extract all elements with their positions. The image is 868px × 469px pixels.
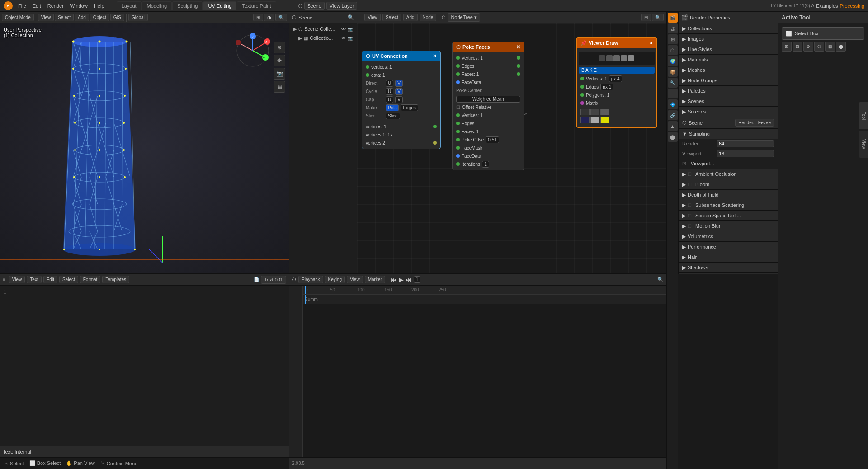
text-format-menu[interactable]: Format [80,276,101,283]
scene-eye-icon[interactable]: 👁 [341,27,346,32]
workspace-texture-paint[interactable]: Texture Paint [237,1,276,10]
world-props-icon[interactable]: 🌍 [668,56,678,66]
scene-collection-item[interactable]: ▶ ⬡ Scene Colle... 👁 📷 [291,24,355,33]
il-header[interactable]: ▶ Indirect Lighting [679,273,778,274]
coll-render-icon[interactable]: 📷 [348,36,353,41]
viewport-view-menu[interactable]: View [38,14,54,21]
text-templates-menu[interactable]: Templates [102,276,129,283]
node-add-btn[interactable]: Add [403,14,418,21]
uv-direct-v[interactable]: V [395,80,403,87]
menu-help[interactable]: Help [91,2,107,9]
view-tab[interactable]: View [859,131,868,158]
play-prev-btn[interactable]: ⏮ [391,276,397,283]
select-box-btn[interactable]: ⬜ Select Box [782,27,864,40]
mode-selector[interactable]: Object Mode [2,14,34,21]
hair-header[interactable]: ▶ Hair [679,252,778,262]
grid-tool[interactable]: ▦ [274,81,285,93]
workspace-uv-editing[interactable]: UV Editing [203,1,236,10]
poke-faces-node[interactable]: ⬡ Poke Faces ✕ Vertices: 1 [452,42,524,170]
uv-cycle-u[interactable]: U [386,88,393,95]
sampling-header[interactable]: ▼ Sampling [679,129,778,139]
poke-wmean[interactable]: Weighted Mean [456,96,520,103]
playback-btn[interactable]: Playback [298,276,323,283]
node-snap-btn[interactable]: ⊞ [641,14,651,21]
uv-make-pols[interactable]: Pols [386,104,399,111]
uv-slice-val[interactable]: Slice [386,113,400,119]
mat-header[interactable]: ▶ Materials [679,55,778,65]
tool-grid-6[interactable]: ⬤ [836,42,846,52]
node-canvas[interactable]: ⬡ UV Connection ✕ vertices: 1 data: [357,23,666,273]
timeline-view-btn[interactable]: View [347,276,363,283]
ls-header[interactable]: ▶ Line Styles [679,44,778,54]
tool-tab[interactable]: Tool [859,102,868,129]
poke-off-val[interactable]: 0.51 [486,136,499,143]
mb-header[interactable]: ▶ ☐ Motion Blur [679,221,778,231]
tool-grid-4[interactable]: ⬡ [814,42,824,52]
text-editor-content[interactable]: 1 [0,286,289,446]
tool-grid-3[interactable]: ⊕ [803,42,813,52]
viewport-gis-menu[interactable]: GIS [110,14,124,21]
render-engine-btn[interactable]: Render... Eevee [735,119,774,127]
uv-direct-u[interactable]: U [386,80,393,87]
ssr-header[interactable]: ▶ ☐ Screen Space Refl... [679,211,778,220]
collections-header[interactable]: ▶ Collections [679,23,778,33]
perf-header[interactable]: ▶ Performance [679,242,778,252]
poke-checkbox[interactable]: ☐ [456,105,460,110]
ao-check[interactable]: ☐ [688,172,692,177]
viewport-samp-val[interactable]: 16 [717,150,774,157]
move-tool[interactable]: ✥ [274,55,285,66]
viewport-overlay-btn[interactable]: ⊞ [253,14,263,21]
viewer-draw-node[interactable]: 📌 Viewer Draw ● [576,37,657,128]
coll-eye-icon[interactable]: 👁 [341,36,346,41]
menu-file[interactable]: File [15,2,29,9]
play-next-btn[interactable]: ⏭ [406,276,412,283]
render-samp-val[interactable]: 64 [717,140,774,147]
bloom-header[interactable]: ▶ ☐ Bloom [679,179,778,189]
part-props-icon[interactable]: · [668,89,678,98]
render-props-icon[interactable]: 🎬 [668,13,678,23]
screens-header[interactable]: ▶ Screens [679,107,778,117]
ng-header[interactable]: ▶ Node Groups [679,75,778,85]
node-node-btn[interactable]: Node [420,14,437,21]
obj-props-icon[interactable]: 📦 [668,67,678,77]
uv-cycle-v[interactable]: V [395,88,403,95]
viewport-add-menu[interactable]: Add [75,14,89,21]
workspace-sculpting[interactable]: Sculpting [172,1,203,10]
vd-bake-row[interactable]: B A K E [579,67,655,74]
ssr-check[interactable]: ☐ [688,213,692,218]
view-layer-props-icon[interactable]: ⊞ [668,34,678,44]
menu-edit[interactable]: Edit [30,2,44,9]
play-btn[interactable]: ▶ [399,276,404,283]
nav-gizmo[interactable]: X Y Z [235,33,271,69]
node-editor[interactable]: ≡ View Select Add Node ⬡ NodeTree ▾ ⊞ 🔍 [357,12,666,274]
collection-sub-item[interactable]: ▶ ▦ Collectio... 👁 📷 [291,33,355,42]
viewport-search-btn[interactable]: 🔍 [275,14,287,21]
workspace-modeling[interactable]: Modeling [142,1,172,10]
scenes-header[interactable]: ▶ Scenes [679,96,778,106]
vol-header[interactable]: ▶ Volumetrics [679,231,778,241]
pal-header[interactable]: ▶ Palettes [679,86,778,96]
menu-render[interactable]: Render [45,2,66,9]
tool-grid-1[interactable]: ⊞ [782,42,792,52]
outliner-filter[interactable]: 🔍 [348,14,354,20]
scene-render-icon[interactable]: 📷 [348,27,353,32]
keying-btn[interactable]: Keying [325,276,345,283]
shadow-header[interactable]: ▶ Shadows [679,263,778,272]
mod-props-icon[interactable]: 🔧 [668,78,678,88]
scene-props-icon[interactable]: ⬡ [668,45,678,55]
images-header[interactable]: ▶ Images [679,34,778,44]
text-select-menu[interactable]: Select [59,276,78,283]
dof-header[interactable]: ▶ Depth of Field [679,190,778,200]
text-text-menu[interactable]: Text [27,276,41,283]
bloom-check[interactable]: ☐ [688,182,692,187]
viewport-content[interactable]: User Perspective (1) Collection [0,23,289,273]
text-filename[interactable]: Text.001 [261,276,286,284]
camera-tool[interactable]: 📷 [274,68,285,80]
constraint-icon[interactable]: 🔗 [668,110,678,120]
viewport-shading-btn[interactable]: ◑ [264,14,274,21]
uv-connection-node[interactable]: ⬡ UV Connection ✕ vertices: 1 data: [362,51,441,149]
scene-dropdown[interactable]: Scene [304,2,325,10]
text-edit-menu[interactable]: Edit [43,276,57,283]
nodetree-dropdown[interactable]: NodeTree ▾ [448,13,480,22]
node-view-btn[interactable]: View [364,14,381,21]
